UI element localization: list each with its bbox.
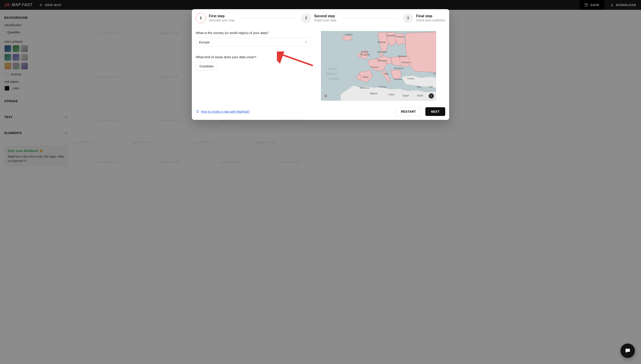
map-preview[interactable]: North Atlantic Ocean Iceland Norway Swed… [321, 31, 436, 101]
map-label: United [361, 50, 368, 53]
countries-button[interactable]: Countries [196, 62, 217, 70]
map-label: Algeria [370, 92, 378, 94]
svg-point-4 [326, 96, 326, 96]
map-label: Belarus [398, 55, 406, 58]
map-label: Iceland [345, 33, 352, 36]
map-label: Romania [394, 67, 404, 70]
map-label: Egypt [403, 94, 409, 97]
chat-icon [625, 348, 631, 354]
region-value: Europe [199, 40, 210, 44]
map-label: France [371, 66, 378, 68]
step-2: 2 Second step Import your data [301, 13, 336, 23]
map-label: Libya [388, 93, 394, 96]
chat-fab[interactable] [620, 344, 635, 358]
help-link[interactable]: How to create a map with MapFast? [196, 110, 250, 113]
map-label: Iran [429, 86, 433, 88]
info-icon: i [430, 94, 433, 98]
map-label: Denmark [377, 50, 387, 53]
map-label: Italy [384, 72, 389, 75]
ocean-label: Ocean [328, 77, 339, 80]
question-region: What is the country (or world region) of… [196, 31, 311, 35]
map-label: Germany [378, 59, 388, 62]
step-1: 1 First step Describe your map [196, 13, 234, 23]
map-label: Norway [378, 41, 386, 43]
modal-footer: How to create a map with MapFast? RESTAR… [196, 107, 445, 116]
step-2-num: 2 [301, 13, 311, 23]
map-preview-svg: North Atlantic Ocean Iceland Norway Swed… [321, 31, 436, 101]
map-label: Finland [396, 35, 404, 38]
modal-overlay[interactable]: 1 First step Describe your map 2 Second … [0, 0, 641, 364]
next-button[interactable]: NEXT [425, 107, 445, 116]
question-areas: What kind of areas does your data cover? [196, 55, 311, 59]
modal-left: What is the country (or world region) of… [196, 31, 311, 101]
map-label: Sweden [386, 34, 395, 37]
map-label: Turkey [407, 77, 414, 80]
restart-label: RESTART [401, 110, 416, 113]
modal-right: North Atlantic Ocean Iceland Norway Swed… [321, 31, 445, 101]
map-reset-button[interactable] [323, 93, 328, 98]
step-1-sub: Describe your map [209, 18, 234, 22]
select-caret-icon [305, 41, 308, 43]
step-2-title: Second step [314, 14, 336, 18]
map-label: Iraq [417, 86, 421, 88]
step-line [342, 18, 398, 18]
next-label: NEXT [431, 110, 440, 113]
ocean-label: North [328, 67, 337, 71]
map-label: Ukraine [402, 61, 410, 64]
step-3-sub: Check and customize [416, 18, 445, 22]
map-label: Tunisia [379, 86, 386, 88]
map-label: Greece [394, 78, 402, 80]
region-select[interactable]: Europe [196, 38, 311, 46]
map-label: Kingdom [360, 53, 370, 56]
countries-label: Countries [200, 64, 214, 68]
map-info-button[interactable]: i [429, 93, 434, 98]
modal: 1 First step Describe your map 2 Second … [192, 9, 449, 120]
ocean-label: Atlantic [325, 72, 337, 76]
svg-text:i: i [431, 95, 432, 97]
target-icon [324, 94, 327, 98]
modal-body: What is the country (or world region) of… [196, 31, 445, 101]
help-link-text: How to create a map with MapFast? [201, 110, 250, 113]
map-label: Saudi [417, 94, 423, 97]
restart-button[interactable]: RESTART [396, 107, 421, 116]
step-1-title: First step [209, 14, 234, 18]
step-3: 3 Final step Check and customize [403, 13, 445, 23]
step-3-title: Final step [416, 14, 445, 18]
map-label: Morocco [360, 86, 369, 89]
map-label: Spain [362, 76, 368, 78]
step-2-sub: Import your data [314, 18, 336, 22]
stepper: 1 First step Describe your map 2 Second … [196, 13, 445, 24]
step-1-num: 1 [196, 13, 206, 23]
lightbulb-icon [196, 110, 199, 113]
step-line [240, 18, 296, 18]
step-3-num: 3 [403, 13, 413, 23]
footer-right: RESTART NEXT [396, 107, 445, 116]
map-label: Uz [433, 72, 436, 75]
